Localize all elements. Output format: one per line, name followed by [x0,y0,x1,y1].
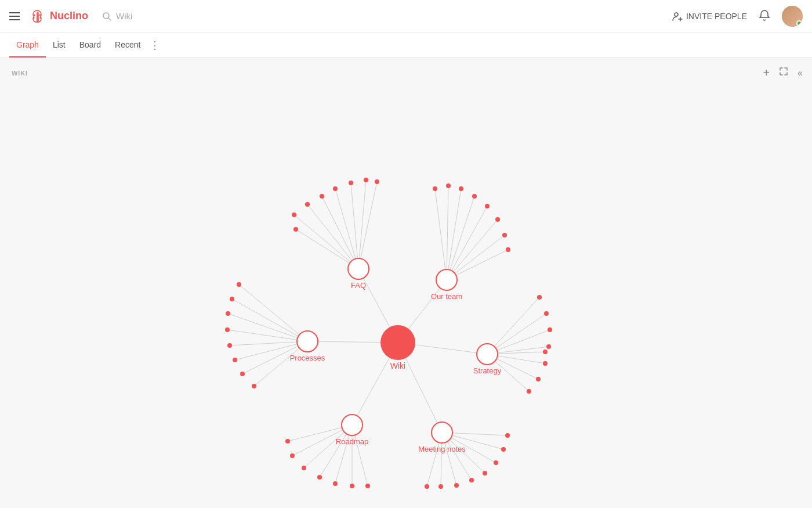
svg-point-43 [472,194,477,199]
invite-icon [672,11,683,21]
svg-point-4 [40,17,42,19]
tab-graph[interactable]: Graph [9,33,46,57]
brain-icon [29,8,45,24]
svg-line-6 [108,18,111,20]
strategy-label: Strategy [473,366,502,375]
svg-point-42 [459,186,463,191]
menu-icon[interactable] [9,12,20,20]
search-icon [102,12,111,21]
svg-point-31 [293,227,298,232]
svg-point-3 [33,17,35,19]
svg-point-89 [302,466,306,470]
svg-line-21 [358,182,377,269]
strategy-node[interactable] [477,344,498,365]
svg-point-109 [425,484,429,489]
svg-point-46 [502,233,507,237]
ourteam-node[interactable] [436,269,457,290]
svg-point-62 [240,372,245,376]
svg-point-79 [543,350,548,354]
search-area[interactable]: Wiki [102,11,132,21]
svg-point-107 [501,447,506,452]
svg-line-35 [447,196,474,280]
invite-label: INVITE PEOPLE [686,12,747,21]
svg-point-2 [39,14,41,16]
svg-point-91 [333,481,338,486]
svg-point-27 [349,181,353,185]
svg-line-49 [232,299,307,341]
svg-point-88 [290,453,295,458]
svg-point-93 [365,484,370,488]
wiki-center-label: Wiki [390,361,405,370]
notification-bell[interactable] [759,9,770,23]
faq-label: FAQ [351,281,366,290]
svg-point-76 [543,361,548,366]
svg-point-44 [485,204,490,208]
svg-point-26 [333,186,338,191]
svg-point-57 [230,297,234,301]
svg-point-92 [350,484,354,488]
svg-point-24 [305,202,310,207]
header-right: INVITE PEOPLE [672,6,803,27]
roadmap-label: Roadmap [336,437,368,446]
ourteam-label: Our team [431,292,462,301]
svg-line-50 [228,314,307,341]
tab-board[interactable]: Board [72,33,108,57]
svg-point-25 [320,194,324,199]
header: Nuclino Wiki INVITE PEOPLE [0,0,812,33]
main-content: WIKI + « [0,58,812,508]
tabbar: Graph List Board Recent ⋮ [0,33,812,58]
svg-point-40 [433,186,437,191]
svg-point-63 [252,384,256,388]
svg-line-20 [358,180,366,269]
logo[interactable]: Nuclino [29,8,88,24]
svg-line-64 [487,297,539,354]
online-indicator [796,20,802,26]
svg-line-22 [294,215,358,269]
svg-point-105 [483,471,487,475]
svg-point-28 [364,178,368,182]
tab-more-button[interactable]: ⋮ [150,39,160,52]
graph-svg[interactable]: Wiki FAQ Our team Processes Strategy Roa… [0,58,812,508]
tab-list[interactable]: List [46,33,72,57]
invite-people-button[interactable]: INVITE PEOPLE [672,11,747,21]
svg-point-58 [226,311,230,316]
avatar[interactable] [782,6,803,27]
processes-node[interactable] [297,331,318,352]
svg-point-78 [527,389,531,394]
svg-line-33 [447,186,448,280]
svg-point-59 [225,327,230,332]
svg-point-30 [292,212,296,217]
svg-point-102 [438,484,443,489]
svg-point-45 [495,217,500,222]
svg-point-73 [544,311,549,316]
faq-node[interactable] [348,258,369,279]
svg-point-29 [375,179,379,184]
tab-recent[interactable]: Recent [108,33,147,57]
processes-label: Processes [290,354,325,362]
roadmap-node[interactable] [342,415,362,435]
svg-point-41 [446,183,451,188]
svg-line-32 [435,189,447,280]
svg-point-103 [454,483,459,488]
svg-point-77 [536,377,541,381]
svg-point-47 [506,247,510,252]
svg-point-60 [227,343,232,348]
svg-point-1 [34,14,35,16]
svg-point-72 [537,295,542,300]
meetingnotes-node[interactable] [432,422,452,443]
svg-point-7 [675,13,678,16]
svg-point-74 [548,327,552,332]
svg-line-37 [447,219,498,280]
wiki-center-node[interactable] [380,325,415,360]
svg-point-90 [317,475,322,480]
svg-point-75 [546,344,551,349]
svg-point-87 [285,439,290,444]
svg-point-56 [237,282,241,287]
svg-point-106 [494,460,498,465]
svg-point-108 [505,433,510,438]
svg-point-61 [233,358,237,362]
svg-point-104 [469,478,474,482]
logo-text: Nuclino [50,10,88,22]
svg-line-52 [230,341,307,345]
meetingnotes-label: Meeting notes [418,445,466,453]
